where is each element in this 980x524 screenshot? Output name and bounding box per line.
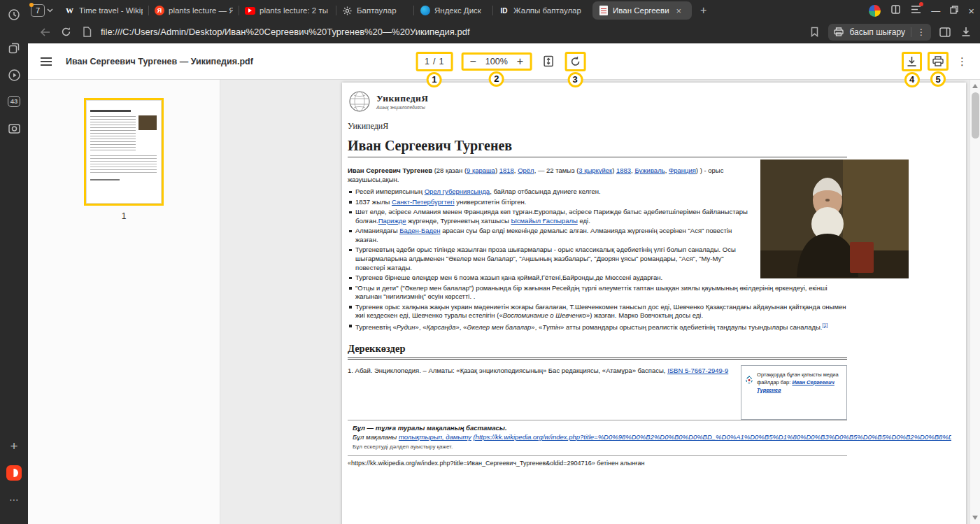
article-title: Иван Сергеевич Тургенев xyxy=(348,136,847,157)
tab-plants-lecture-video[interactable]: plants lecture: 2 ты xyxy=(239,1,336,20)
thumbnail-highlight xyxy=(84,98,164,206)
tab-label: Иван Сергееви xyxy=(613,6,669,15)
callout-4: 4 xyxy=(904,72,920,87)
zoom-level: 100% xyxy=(485,57,508,66)
callout-2: 2 xyxy=(489,71,504,87)
article-bullet: 1837 жылы Санкт-Петербургтегі университе… xyxy=(348,198,847,207)
thumbnail-page-number: 1 xyxy=(28,211,220,221)
article-bullet: Тургеневтың әдеби орыс тілінде жазылған … xyxy=(348,246,847,272)
page-counter[interactable]: 1 / 1 xyxy=(416,52,453,71)
yandex-messenger-icon[interactable] xyxy=(5,464,23,482)
yandex-disk-icon xyxy=(420,6,430,16)
tab-label: Яндекс Диск xyxy=(434,6,481,15)
zoom-out-button[interactable]: − xyxy=(469,56,476,67)
thumbnail-text-lines xyxy=(90,116,136,151)
print-button[interactable] xyxy=(928,52,949,71)
gear-icon xyxy=(342,6,353,16)
more-sidebar-icon[interactable]: ⋯ xyxy=(5,490,23,509)
scroll-up-arrow[interactable] xyxy=(972,84,978,88)
site-name-line: УикипедиЯ xyxy=(348,121,847,132)
rotate-highlight: 3 xyxy=(564,52,585,71)
divider xyxy=(911,27,911,37)
minimize-button[interactable]: — xyxy=(931,6,940,16)
zoom-controls: − 100% + xyxy=(461,52,532,71)
popout-icon[interactable] xyxy=(890,4,901,17)
reload-icon[interactable] xyxy=(59,25,73,39)
address-bar: file:///C:/Users/Admin/Desktop/Иван%20Се… xyxy=(28,21,980,43)
stub-line-2: Бұл мақаланы толықтырып, дамыту (https:/… xyxy=(353,433,951,442)
id-icon: ID xyxy=(499,6,509,16)
total-pages: 1 xyxy=(439,57,444,66)
downloads-icon[interactable] xyxy=(911,4,921,17)
tab-general-settings[interactable]: ID Жалпы баптаулар xyxy=(493,1,591,20)
article-bullet-list: Ресей империясының Орел губерниясында, б… xyxy=(348,187,847,332)
wikipedia-tagline: Ашық энциклопедиясы xyxy=(376,105,429,111)
page-thumbnail[interactable] xyxy=(86,100,162,204)
current-page[interactable]: 1 xyxy=(425,57,429,66)
print-bar-more-icon[interactable]: ⋮ xyxy=(917,27,925,37)
side-panels-icon[interactable] xyxy=(938,25,952,39)
print-bar-label: басып шығару xyxy=(849,27,905,37)
profile-avatar[interactable] xyxy=(869,5,881,17)
tab-label: plants lecture: 2 ты xyxy=(260,6,328,15)
video-player-icon[interactable] xyxy=(5,66,23,84)
more-options-button[interactable]: ⋮ xyxy=(954,52,970,71)
tab-label: Баптаулар xyxy=(357,6,397,15)
pdf-toolbar: Иван Сергеевич Тургенев — Уикипедия.pdf … xyxy=(28,43,980,80)
scroll-down-arrow[interactable] xyxy=(972,516,978,520)
scrollbar-thumb[interactable] xyxy=(972,92,979,139)
download-page-icon[interactable] xyxy=(959,25,973,39)
bookmark-flag-icon[interactable] xyxy=(807,25,821,39)
callout-3: 3 xyxy=(567,72,583,87)
tab-close-icon[interactable]: × xyxy=(676,6,682,16)
download-button[interactable] xyxy=(902,52,922,71)
back-icon[interactable] xyxy=(38,25,52,39)
vertical-scrollbar[interactable] xyxy=(970,80,980,524)
pdf-viewer: Иван Сергеевич Тургенев — Уикипедия.pdf … xyxy=(28,43,980,524)
printer-icon xyxy=(834,27,844,36)
stub-notice: Бұл — тұлға туралы мақаланың бастамасы. … xyxy=(348,424,847,451)
tab-time-travel[interactable]: W Time travel - Wikip xyxy=(59,1,148,20)
callout-5: 5 xyxy=(930,71,946,87)
screenshot-icon[interactable] xyxy=(5,119,23,137)
rotate-button[interactable] xyxy=(564,52,585,71)
page-separator: / xyxy=(433,57,435,66)
yandex-icon: Я xyxy=(155,6,164,15)
new-tab-button[interactable]: + xyxy=(693,4,713,17)
restore-button[interactable] xyxy=(950,6,958,16)
tab-turgenev-pdf[interactable]: Иван Сергееви × xyxy=(592,1,692,20)
article-bullet: Тургенев бірнеше өлеңдер мен 6 поэма жаз… xyxy=(348,274,847,283)
pdf-menu-button[interactable] xyxy=(38,55,55,69)
page-icon[interactable] xyxy=(80,25,94,39)
chevron-down-icon xyxy=(47,8,53,13)
reading-speed-badge[interactable]: 43 xyxy=(5,92,23,111)
browser-sidebar: 43 + ⋯ xyxy=(0,0,28,524)
print-bar[interactable]: басып шығару ⋮ xyxy=(828,24,931,41)
article-bullet: Тургеневтің «Рудин», «Қарсаңда», «Әкелер… xyxy=(348,322,847,332)
zoom-in-button[interactable]: + xyxy=(517,56,523,67)
divider xyxy=(348,455,847,456)
tabs-panel-icon[interactable] xyxy=(5,39,23,57)
stub-line-3: Бұл ескертуді дәлдеп ауыстыру қажет. xyxy=(353,444,951,451)
fit-page-button[interactable] xyxy=(540,52,556,70)
pdf-viewer-body: 1 xyxy=(28,80,980,524)
article-bullet: Шет елде, әсіресе Алмания менен Францияд… xyxy=(348,208,847,225)
tab-yandex-disk[interactable]: Яндекс Диск xyxy=(414,1,492,20)
url-text[interactable]: file:///C:/Users/Admin/Desktop/Иван%20Се… xyxy=(101,27,800,37)
tab-count-value: 7 xyxy=(31,4,45,17)
thumbnail-image-block xyxy=(139,115,157,130)
tab-label: plants lecture — Я xyxy=(169,6,233,15)
history-icon[interactable] xyxy=(5,6,23,24)
tab-plants-lecture-search[interactable]: Я plants lecture — Я xyxy=(149,1,239,20)
pdf-file-icon xyxy=(598,6,609,16)
tab-label: Time travel - Wikip xyxy=(79,6,143,15)
wikipedia-logo: УикипедиЯ Ашық энциклопедиясы xyxy=(348,88,847,115)
article-bullet: Ресей империясының Орел губерниясында, б… xyxy=(348,187,847,197)
sources-heading: Дереккөздер xyxy=(348,342,847,359)
add-panel-icon[interactable]: + xyxy=(5,437,23,455)
callout-1: 1 xyxy=(427,72,442,87)
close-button[interactable]: × xyxy=(968,5,974,17)
divider xyxy=(348,420,847,420)
tab-settings[interactable]: Баптаулар xyxy=(336,1,413,20)
tab-counter[interactable]: 7 xyxy=(31,4,53,17)
